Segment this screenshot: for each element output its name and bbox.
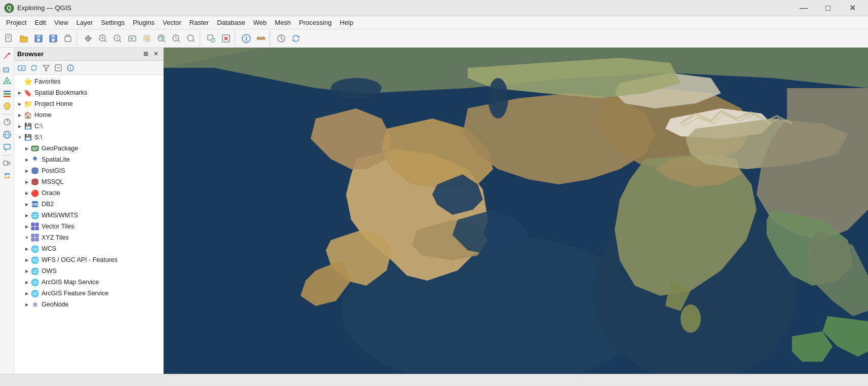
open-project-button[interactable] — [17, 31, 31, 46]
menu-vector[interactable]: Vector — [159, 17, 185, 28]
tree-item-vector-tiles[interactable]: Vector Tiles — [14, 221, 163, 232]
new-project-button[interactable] — [2, 31, 16, 46]
svg-text:i: i — [70, 66, 71, 71]
refresh-button[interactable] — [289, 31, 303, 46]
tree-item-favorites[interactable]: ⭐ Favorites — [14, 76, 163, 87]
svg-rect-55 — [4, 161, 8, 165]
tree-item-s-drive[interactable]: 💾 S:\ — [14, 132, 163, 143]
label-wcs: WCS — [42, 245, 161, 252]
browser-close-button[interactable]: ✕ — [151, 50, 160, 59]
tree-item-geopackage[interactable]: GP GeoPackage — [14, 143, 163, 154]
tree-item-wcs[interactable]: 🌐 WCS — [14, 243, 163, 254]
maximize-button[interactable]: □ — [816, 0, 840, 16]
browser-refresh-button[interactable] — [28, 62, 40, 73]
map-canvas[interactable] — [164, 48, 868, 374]
arrow-arcgis-map — [23, 279, 30, 286]
tree-item-spatial-bookmarks[interactable]: 🔖 Spatial Bookmarks — [14, 87, 163, 98]
minimize-button[interactable]: — — [792, 0, 815, 16]
label-c-drive: C:\ — [34, 123, 161, 130]
tree-item-oracle[interactable]: 🔴 Oracle — [14, 187, 163, 199]
menu-processing[interactable]: Processing — [295, 17, 335, 28]
save-project-button[interactable] — [31, 31, 46, 46]
tree-item-xyz-tiles[interactable]: XYZ Tiles — [14, 232, 163, 243]
zoom-last-button[interactable] — [169, 31, 183, 46]
label-mssql: MSSQL — [42, 178, 161, 185]
tree-item-arcgis-map[interactable]: 🌐 ArcGIS Map Service — [14, 277, 163, 288]
zoom-full-button[interactable] — [125, 31, 139, 46]
annotations-button[interactable] — [1, 141, 13, 153]
browser-title: Browser — [17, 50, 141, 58]
arrow-spatial-bookmarks — [16, 89, 23, 96]
browser-info-button[interactable]: i — [65, 62, 76, 73]
menu-help[interactable]: Help — [335, 17, 357, 28]
main-toolbar: + i — [0, 29, 868, 48]
svg-rect-76 — [31, 227, 34, 230]
svg-rect-77 — [35, 227, 39, 230]
menu-raster[interactable]: Raster — [185, 17, 213, 28]
zoom-next-button[interactable] — [184, 31, 198, 46]
pan-button[interactable] — [81, 31, 95, 46]
canvas-rotation-button[interactable] — [1, 116, 13, 128]
browser-filter-button[interactable] — [41, 62, 52, 73]
zoom-out-button[interactable] — [110, 31, 125, 46]
layer-order-button[interactable] — [1, 88, 13, 100]
left-toolbar — [0, 48, 14, 374]
menu-plugins[interactable]: Plugins — [129, 17, 159, 28]
edit-button[interactable] — [1, 62, 13, 74]
label-spatialite: SpatiaLite — [42, 156, 161, 163]
python-button[interactable] — [1, 170, 13, 182]
close-button[interactable]: ✕ — [841, 0, 864, 16]
tree-item-mssql[interactable]: MSSQL — [14, 176, 163, 187]
browser-header-buttons: ⊞ ✕ — [141, 50, 160, 59]
tree-item-ows[interactable]: 🌐 OWS — [14, 265, 163, 277]
snap-button[interactable] — [1, 75, 13, 87]
tree-item-postgis[interactable]: PostGIS — [14, 165, 163, 176]
tree-item-db2[interactable]: DB DB2 — [14, 199, 163, 210]
tree-item-arcgis-feature[interactable]: 🌐 ArcGIS Feature Service — [14, 288, 163, 299]
tree-item-wms-wmts[interactable]: 🌐 WMS/WMTS — [14, 210, 163, 221]
svg-rect-49 — [4, 93, 11, 95]
tree-item-home[interactable]: 🏠 Home — [14, 109, 163, 121]
icon-geonode: ❄ — [30, 300, 40, 309]
menu-layer[interactable]: Layer — [72, 17, 97, 28]
menu-mesh[interactable]: Mesh — [271, 17, 295, 28]
label-ows: OWS — [42, 267, 161, 275]
deselect-button[interactable] — [219, 31, 233, 46]
svg-rect-12 — [65, 36, 71, 42]
menu-web[interactable]: Web — [249, 17, 271, 28]
menu-settings[interactable]: Settings — [97, 17, 129, 28]
plugins-button[interactable] — [1, 157, 13, 169]
svg-point-27 — [187, 35, 194, 41]
tree-item-geonode[interactable]: ❄ GeoNode — [14, 299, 163, 310]
identify-button[interactable]: i — [239, 31, 253, 46]
tree-item-c-drive[interactable]: 💾 C:\ — [14, 121, 163, 132]
icon-home: 🏠 — [23, 110, 32, 120]
toolbar-sep-1 — [77, 31, 80, 46]
browser-dock-button[interactable]: ⊞ — [141, 50, 150, 59]
print-layout-button[interactable] — [61, 31, 75, 46]
digitize-button[interactable] — [1, 50, 13, 62]
map-tips-button[interactable] — [1, 100, 13, 112]
select-button[interactable] — [204, 31, 218, 46]
zoom-selection-button[interactable] — [140, 31, 154, 46]
svg-line-26 — [178, 40, 180, 42]
tree-item-wfs-ogc[interactable]: 🌐 WFS / OGC API - Features — [14, 254, 163, 265]
save-as-button[interactable]: + — [46, 31, 60, 46]
arrow-home — [16, 111, 23, 119]
menu-edit[interactable]: Edit — [30, 17, 50, 28]
zoom-layer-button[interactable] — [155, 31, 169, 46]
measure-button[interactable] — [254, 31, 268, 46]
tree-item-spatialite[interactable]: SpatiaLite — [14, 154, 163, 165]
zoom-in-button[interactable] — [96, 31, 110, 46]
icon-spatial-bookmarks: 🔖 — [23, 88, 32, 97]
browser-collapse-button[interactable] — [53, 62, 64, 73]
browser-add-button[interactable] — [16, 62, 27, 73]
svg-text:i: i — [245, 35, 247, 43]
menu-project[interactable]: Project — [2, 17, 30, 28]
menu-view[interactable]: View — [50, 17, 72, 28]
icon-wcs: 🌐 — [30, 244, 40, 253]
tree-item-project-home[interactable]: 📁 Project Home — [14, 98, 163, 109]
globe-button[interactable] — [1, 129, 13, 141]
menu-database[interactable]: Database — [213, 17, 249, 28]
temporal-button[interactable] — [274, 31, 288, 46]
